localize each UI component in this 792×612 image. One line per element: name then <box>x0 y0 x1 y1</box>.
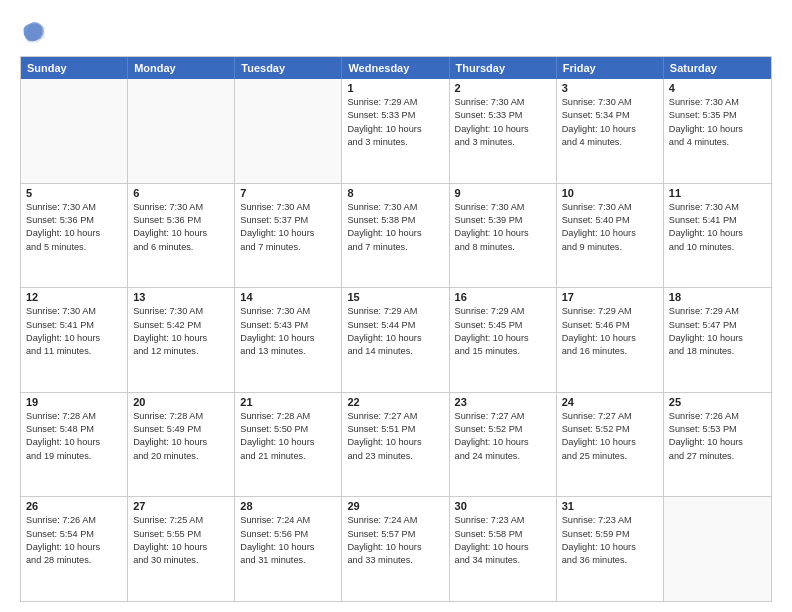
day-number: 30 <box>455 500 551 512</box>
calendar-day-cell: 28Sunrise: 7:24 AM Sunset: 5:56 PM Dayli… <box>235 497 342 601</box>
day-number: 17 <box>562 291 658 303</box>
day-info: Sunrise: 7:27 AM Sunset: 5:52 PM Dayligh… <box>455 410 551 463</box>
day-number: 27 <box>133 500 229 512</box>
weekday-header: Monday <box>128 57 235 79</box>
calendar-day-cell: 27Sunrise: 7:25 AM Sunset: 5:55 PM Dayli… <box>128 497 235 601</box>
calendar-day-cell: 2Sunrise: 7:30 AM Sunset: 5:33 PM Daylig… <box>450 79 557 183</box>
calendar: SundayMondayTuesdayWednesdayThursdayFrid… <box>20 56 772 602</box>
calendar-day-cell: 29Sunrise: 7:24 AM Sunset: 5:57 PM Dayli… <box>342 497 449 601</box>
day-info: Sunrise: 7:30 AM Sunset: 5:42 PM Dayligh… <box>133 305 229 358</box>
day-number: 2 <box>455 82 551 94</box>
day-info: Sunrise: 7:23 AM Sunset: 5:59 PM Dayligh… <box>562 514 658 567</box>
calendar-day-cell: 19Sunrise: 7:28 AM Sunset: 5:48 PM Dayli… <box>21 393 128 497</box>
calendar-day-cell: 25Sunrise: 7:26 AM Sunset: 5:53 PM Dayli… <box>664 393 771 497</box>
day-info: Sunrise: 7:28 AM Sunset: 5:50 PM Dayligh… <box>240 410 336 463</box>
calendar-row: 1Sunrise: 7:29 AM Sunset: 5:33 PM Daylig… <box>21 79 771 183</box>
day-number: 4 <box>669 82 766 94</box>
weekday-header: Tuesday <box>235 57 342 79</box>
day-info: Sunrise: 7:30 AM Sunset: 5:36 PM Dayligh… <box>133 201 229 254</box>
day-number: 15 <box>347 291 443 303</box>
calendar-day-cell: 22Sunrise: 7:27 AM Sunset: 5:51 PM Dayli… <box>342 393 449 497</box>
weekday-header: Thursday <box>450 57 557 79</box>
day-number: 19 <box>26 396 122 408</box>
weekday-header: Sunday <box>21 57 128 79</box>
day-info: Sunrise: 7:30 AM Sunset: 5:43 PM Dayligh… <box>240 305 336 358</box>
day-number: 25 <box>669 396 766 408</box>
day-number: 23 <box>455 396 551 408</box>
calendar-row: 26Sunrise: 7:26 AM Sunset: 5:54 PM Dayli… <box>21 496 771 601</box>
calendar-day-cell: 16Sunrise: 7:29 AM Sunset: 5:45 PM Dayli… <box>450 288 557 392</box>
calendar-day-cell: 30Sunrise: 7:23 AM Sunset: 5:58 PM Dayli… <box>450 497 557 601</box>
calendar-row: 19Sunrise: 7:28 AM Sunset: 5:48 PM Dayli… <box>21 392 771 497</box>
day-number: 12 <box>26 291 122 303</box>
calendar-day-cell: 10Sunrise: 7:30 AM Sunset: 5:40 PM Dayli… <box>557 184 664 288</box>
day-info: Sunrise: 7:29 AM Sunset: 5:47 PM Dayligh… <box>669 305 766 358</box>
calendar-empty-cell <box>664 497 771 601</box>
day-number: 24 <box>562 396 658 408</box>
day-info: Sunrise: 7:25 AM Sunset: 5:55 PM Dayligh… <box>133 514 229 567</box>
day-info: Sunrise: 7:29 AM Sunset: 5:44 PM Dayligh… <box>347 305 443 358</box>
day-info: Sunrise: 7:30 AM Sunset: 5:41 PM Dayligh… <box>669 201 766 254</box>
day-info: Sunrise: 7:28 AM Sunset: 5:48 PM Dayligh… <box>26 410 122 463</box>
day-info: Sunrise: 7:30 AM Sunset: 5:39 PM Dayligh… <box>455 201 551 254</box>
day-info: Sunrise: 7:30 AM Sunset: 5:37 PM Dayligh… <box>240 201 336 254</box>
calendar-day-cell: 11Sunrise: 7:30 AM Sunset: 5:41 PM Dayli… <box>664 184 771 288</box>
day-number: 14 <box>240 291 336 303</box>
day-number: 28 <box>240 500 336 512</box>
day-info: Sunrise: 7:28 AM Sunset: 5:49 PM Dayligh… <box>133 410 229 463</box>
day-info: Sunrise: 7:30 AM Sunset: 5:33 PM Dayligh… <box>455 96 551 149</box>
day-number: 21 <box>240 396 336 408</box>
day-number: 5 <box>26 187 122 199</box>
weekday-header: Friday <box>557 57 664 79</box>
day-info: Sunrise: 7:30 AM Sunset: 5:41 PM Dayligh… <box>26 305 122 358</box>
calendar-day-cell: 14Sunrise: 7:30 AM Sunset: 5:43 PM Dayli… <box>235 288 342 392</box>
calendar-empty-cell <box>21 79 128 183</box>
day-number: 3 <box>562 82 658 94</box>
calendar-day-cell: 20Sunrise: 7:28 AM Sunset: 5:49 PM Dayli… <box>128 393 235 497</box>
day-info: Sunrise: 7:27 AM Sunset: 5:52 PM Dayligh… <box>562 410 658 463</box>
day-info: Sunrise: 7:24 AM Sunset: 5:57 PM Dayligh… <box>347 514 443 567</box>
day-number: 22 <box>347 396 443 408</box>
calendar-day-cell: 7Sunrise: 7:30 AM Sunset: 5:37 PM Daylig… <box>235 184 342 288</box>
calendar-row: 12Sunrise: 7:30 AM Sunset: 5:41 PM Dayli… <box>21 287 771 392</box>
day-number: 1 <box>347 82 443 94</box>
weekday-header: Wednesday <box>342 57 449 79</box>
calendar-day-cell: 21Sunrise: 7:28 AM Sunset: 5:50 PM Dayli… <box>235 393 342 497</box>
calendar-day-cell: 9Sunrise: 7:30 AM Sunset: 5:39 PM Daylig… <box>450 184 557 288</box>
day-info: Sunrise: 7:26 AM Sunset: 5:53 PM Dayligh… <box>669 410 766 463</box>
day-info: Sunrise: 7:29 AM Sunset: 5:45 PM Dayligh… <box>455 305 551 358</box>
calendar-day-cell: 26Sunrise: 7:26 AM Sunset: 5:54 PM Dayli… <box>21 497 128 601</box>
calendar-day-cell: 5Sunrise: 7:30 AM Sunset: 5:36 PM Daylig… <box>21 184 128 288</box>
calendar-day-cell: 13Sunrise: 7:30 AM Sunset: 5:42 PM Dayli… <box>128 288 235 392</box>
calendar-body: 1Sunrise: 7:29 AM Sunset: 5:33 PM Daylig… <box>21 79 771 601</box>
calendar-empty-cell <box>235 79 342 183</box>
calendar-day-cell: 23Sunrise: 7:27 AM Sunset: 5:52 PM Dayli… <box>450 393 557 497</box>
day-info: Sunrise: 7:27 AM Sunset: 5:51 PM Dayligh… <box>347 410 443 463</box>
day-info: Sunrise: 7:23 AM Sunset: 5:58 PM Dayligh… <box>455 514 551 567</box>
calendar-header: SundayMondayTuesdayWednesdayThursdayFrid… <box>21 57 771 79</box>
day-info: Sunrise: 7:30 AM Sunset: 5:35 PM Dayligh… <box>669 96 766 149</box>
calendar-day-cell: 3Sunrise: 7:30 AM Sunset: 5:34 PM Daylig… <box>557 79 664 183</box>
day-number: 31 <box>562 500 658 512</box>
calendar-day-cell: 15Sunrise: 7:29 AM Sunset: 5:44 PM Dayli… <box>342 288 449 392</box>
header <box>20 18 772 46</box>
page: SundayMondayTuesdayWednesdayThursdayFrid… <box>0 0 792 612</box>
day-number: 6 <box>133 187 229 199</box>
calendar-day-cell: 4Sunrise: 7:30 AM Sunset: 5:35 PM Daylig… <box>664 79 771 183</box>
calendar-day-cell: 31Sunrise: 7:23 AM Sunset: 5:59 PM Dayli… <box>557 497 664 601</box>
day-info: Sunrise: 7:30 AM Sunset: 5:38 PM Dayligh… <box>347 201 443 254</box>
calendar-day-cell: 8Sunrise: 7:30 AM Sunset: 5:38 PM Daylig… <box>342 184 449 288</box>
calendar-empty-cell <box>128 79 235 183</box>
day-number: 20 <box>133 396 229 408</box>
logo-icon <box>20 18 48 46</box>
weekday-header: Saturday <box>664 57 771 79</box>
day-number: 18 <box>669 291 766 303</box>
calendar-day-cell: 12Sunrise: 7:30 AM Sunset: 5:41 PM Dayli… <box>21 288 128 392</box>
logo <box>20 18 52 46</box>
calendar-row: 5Sunrise: 7:30 AM Sunset: 5:36 PM Daylig… <box>21 183 771 288</box>
day-info: Sunrise: 7:24 AM Sunset: 5:56 PM Dayligh… <box>240 514 336 567</box>
day-number: 9 <box>455 187 551 199</box>
day-info: Sunrise: 7:29 AM Sunset: 5:33 PM Dayligh… <box>347 96 443 149</box>
day-info: Sunrise: 7:30 AM Sunset: 5:34 PM Dayligh… <box>562 96 658 149</box>
day-number: 10 <box>562 187 658 199</box>
